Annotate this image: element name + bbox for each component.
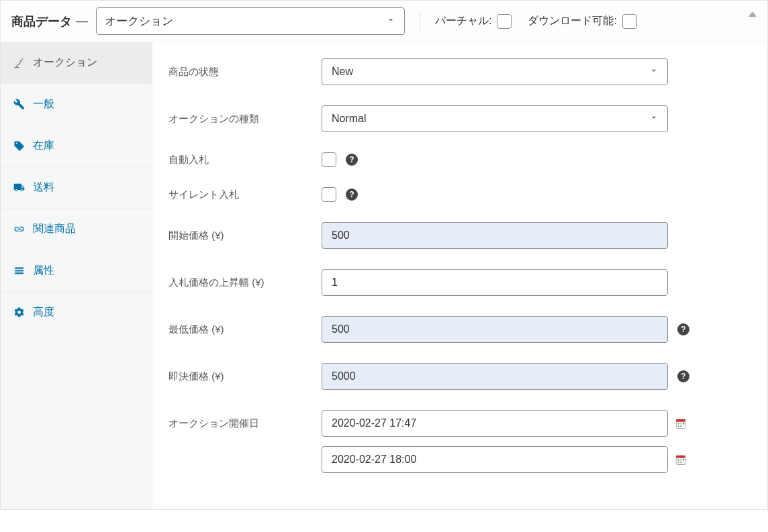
tab-label: 高度 [33,305,54,319]
truck-icon [13,182,25,194]
tab-advanced[interactable]: 高度 [1,292,152,333]
virtual-checkbox[interactable] [497,14,512,29]
date-to-input[interactable] [322,446,668,473]
virtual-label: バーチャル: [435,14,491,28]
link-icon [13,223,25,235]
calendar-icon[interactable] [675,454,687,466]
chevron-down-icon [385,14,396,28]
tab-label: 在庫 [33,139,54,153]
gear-icon [13,307,25,319]
divider [420,12,420,31]
product-type-select[interactable]: オークション [96,7,405,35]
item-condition-value: New [332,66,353,77]
date-from-input[interactable] [322,410,668,437]
panel-title: 商品データ [11,13,72,30]
tab-inventory[interactable]: 在庫 [1,125,152,167]
row-proxy-bidding: 自動入札 ? [169,152,751,167]
label-auction-dates: オークション開催日 [169,417,322,430]
svg-rect-9 [678,459,679,460]
list-icon [13,265,25,277]
row-sealed-bidding: サイレント入札 ? [169,187,751,202]
product-type-value: オークション [105,15,173,28]
tab-shipping[interactable]: 送料 [1,167,152,209]
label-auction-type: オークションの種類 [169,113,322,125]
tab-label: オークション [33,56,97,70]
sealed-bidding-checkbox[interactable] [322,187,336,202]
label-sealed-bidding: サイレント入札 [169,189,322,201]
svg-rect-10 [680,459,681,460]
tab-linked-products[interactable]: 関連商品 [1,209,152,250]
label-reserve-price: 最低価格 (¥) [169,323,322,336]
svg-rect-5 [678,425,679,427]
chevron-down-icon [649,112,659,125]
svg-rect-11 [683,459,684,460]
bid-increment-input[interactable] [322,269,668,296]
settings-tabs-sidebar: オークション 一般 在庫 送料 [1,42,152,509]
tab-label: 送料 [33,180,54,195]
proxy-bidding-checkbox[interactable] [322,152,336,167]
tab-label: 一般 [33,97,54,111]
downloadable-checkbox-group: ダウンロード可能: [528,14,636,29]
help-icon[interactable]: ? [346,189,358,201]
svg-rect-1 [676,419,685,422]
label-item-condition: 商品の状態 [169,66,322,78]
tab-attributes[interactable]: 属性 [1,250,152,292]
gavel-icon [13,57,25,69]
label-start-price: 開始価格 (¥) [169,229,322,242]
label-buyout-price: 即決価格 (¥) [169,370,322,383]
chevron-down-icon [649,65,659,78]
downloadable-checkbox[interactable] [622,14,637,29]
row-auction-dates-from: オークション開催日 [169,410,751,437]
wrench-icon [13,99,25,111]
label-bid-increment: 入札価格の上昇幅 (¥) [169,276,322,289]
auction-type-value: Normal [332,113,367,124]
row-auction-type: オークションの種類 Normal [169,105,751,132]
svg-rect-6 [680,425,681,427]
tab-general[interactable]: 一般 [1,84,152,125]
row-item-condition: 商品の状態 New [169,58,751,85]
row-auction-dates-to [169,446,751,473]
svg-rect-2 [678,423,679,424]
tab-label: 関連商品 [33,222,76,236]
svg-rect-3 [680,423,681,424]
svg-rect-13 [680,462,681,463]
help-icon[interactable]: ? [346,154,358,166]
help-icon[interactable]: ? [677,370,689,382]
settings-content: 商品の状態 New オークションの種類 Normal [152,42,767,509]
row-start-price: 開始価格 (¥) [169,222,751,249]
svg-rect-8 [676,456,685,458]
panel-header: 商品データ — オークション バーチャル: ダウンロード可能: [1,1,767,42]
reserve-price-input[interactable] [322,316,668,343]
calendar-icon[interactable] [675,417,687,429]
label-proxy-bidding: 自動入札 [169,154,322,166]
collapse-toggle[interactable] [749,11,757,17]
tab-label: 属性 [33,264,54,278]
auction-type-select[interactable]: Normal [322,105,668,132]
row-bid-increment: 入札価格の上昇幅 (¥) [169,269,751,296]
row-buyout-price: 即決価格 (¥) ? [169,363,751,390]
downloadable-label: ダウンロード可能: [528,14,616,28]
start-price-input[interactable] [322,222,668,249]
tab-auction[interactable]: オークション [1,42,152,84]
row-reserve-price: 最低価格 (¥) ? [169,316,751,343]
product-data-panel: 商品データ — オークション バーチャル: ダウンロード可能: [0,0,768,510]
svg-rect-12 [678,462,679,463]
svg-rect-4 [683,423,684,424]
panel-body: オークション 一般 在庫 送料 [1,42,767,509]
item-condition-select[interactable]: New [322,58,668,85]
tag-icon [13,140,25,152]
virtual-checkbox-group: バーチャル: [435,14,512,29]
buyout-price-input[interactable] [322,363,668,390]
title-dash: — [76,14,88,28]
help-icon[interactable]: ? [677,323,689,335]
